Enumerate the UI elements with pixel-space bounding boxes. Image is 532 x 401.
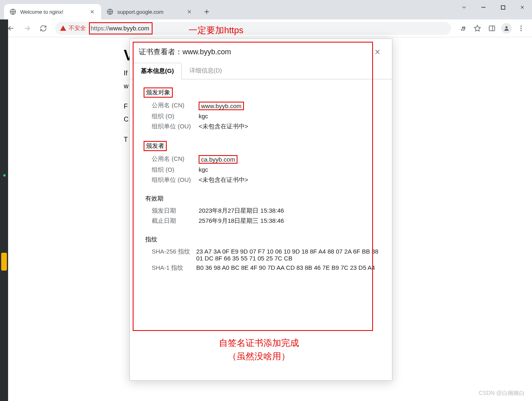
expires-label: 截止日期 <box>152 217 199 225</box>
cn-label: 公用名 (CN) <box>152 102 199 110</box>
certificate-viewer-dialog: 证书查看者：www.byyb.com 基本信息(G) 详细信息(D) 颁发对象 … <box>129 38 392 381</box>
fingerprints-section: 指纹 SHA-256 指纹23 A7 3A 0F E9 9D 07 F7 10 … <box>141 235 381 272</box>
close-icon[interactable] <box>89 9 95 15</box>
toolbar: 不安全 https://www.byyb.com <box>0 19 532 37</box>
sha256-value: 23 A7 3A 0F E9 9D 07 F7 10 06 10 9D 18 8… <box>196 248 381 262</box>
security-status[interactable]: 不安全 <box>60 25 86 32</box>
issued-value: 2023年8月27日星期日 15:38:46 <box>199 207 381 215</box>
cn-value: www.byyb.com <box>199 102 381 110</box>
validity-heading: 有效期 <box>144 194 165 203</box>
new-tab-button[interactable] <box>201 6 213 18</box>
tab-support[interactable]: support.google.com <box>101 4 198 19</box>
window-controls <box>454 0 532 19</box>
annotation-url-note: 一定要加https <box>189 24 244 36</box>
background-badge <box>1 253 7 271</box>
ou-value: <未包含在证书中> <box>199 123 381 130</box>
globe-icon <box>10 9 16 15</box>
issuer-heading: 颁发者 <box>144 141 167 151</box>
ou-label: 组织单位 (OU) <box>152 176 199 184</box>
background-dot <box>3 174 6 177</box>
menu-icon[interactable] <box>514 21 528 35</box>
svg-point-5 <box>521 26 522 27</box>
warning-icon <box>60 25 66 32</box>
tab-title: Welcome to nginx! <box>20 9 85 15</box>
chevron-down-icon[interactable] <box>454 0 474 15</box>
cn-label: 公用名 (CN) <box>152 155 199 164</box>
ou-label: 组织单位 (OU) <box>152 123 199 130</box>
globe-icon <box>107 9 113 15</box>
issued-label: 颁发日期 <box>152 207 199 215</box>
cn-value: ca.byyb.com <box>199 155 381 164</box>
ou-value: <未包含在证书中> <box>199 176 381 184</box>
dialog-title: 证书查看者：www.byyb.com <box>139 47 372 57</box>
o-value: kgc <box>199 166 381 174</box>
sha256-label: SHA-256 指纹 <box>152 248 196 262</box>
url-text: https://www.byyb.com <box>91 25 149 32</box>
fingerprints-heading: 指纹 <box>144 235 159 244</box>
dialog-tabs: 基本信息(G) 详细信息(D) <box>130 62 392 79</box>
o-value: kgc <box>199 113 381 120</box>
profile-avatar[interactable] <box>500 21 513 35</box>
svg-rect-3 <box>489 26 495 31</box>
security-label: 不安全 <box>69 25 86 32</box>
sha1-label: SHA-1 指纹 <box>152 264 196 272</box>
minimize-button[interactable] <box>474 0 493 15</box>
svg-point-6 <box>521 28 522 29</box>
validity-section: 有效期 颁发日期2023年8月27日星期日 15:38:46 截止日期2576年… <box>141 194 381 225</box>
url-annotation-box: https://www.byyb.com <box>89 22 153 34</box>
subject-section: 颁发对象 公用名 (CN)www.byyb.com 组织 (O)kgc 组织单位… <box>141 87 381 130</box>
o-label: 组织 (O) <box>152 113 199 120</box>
o-label: 组织 (O) <box>152 166 199 174</box>
dialog-header: 证书查看者：www.byyb.com <box>130 39 392 62</box>
forward-button[interactable] <box>20 21 34 35</box>
reload-button[interactable] <box>36 21 50 35</box>
svg-rect-2 <box>501 6 505 9</box>
tab-general[interactable]: 基本信息(G) <box>133 63 182 79</box>
share-icon[interactable] <box>456 21 470 35</box>
tab-title: support.google.com <box>117 9 182 15</box>
issuer-section: 颁发者 公用名 (CN)ca.byyb.com 组织 (O)kgc 组织单位 (… <box>141 141 381 184</box>
tab-nginx[interactable]: Welcome to nginx! <box>4 4 101 19</box>
watermark: CSDN @白幽幽白 <box>479 390 525 397</box>
close-icon[interactable] <box>372 46 383 58</box>
background-sidebar <box>0 19 8 401</box>
bookmark-icon[interactable] <box>471 21 484 35</box>
svg-point-4 <box>505 26 507 28</box>
annotation-bottom: 自签名证书添加完成 （虽然没啥用） <box>178 336 340 363</box>
titlebar: Welcome to nginx! support.google.com <box>0 0 532 19</box>
sha1-value: B0 36 98 A0 BC 8E 4F 90 7D AA CD 83 8B 4… <box>196 264 381 272</box>
close-icon[interactable] <box>186 9 193 15</box>
maximize-button[interactable] <box>493 0 513 15</box>
svg-point-7 <box>521 30 522 31</box>
dialog-body: 颁发对象 公用名 (CN)www.byyb.com 组织 (O)kgc 组织单位… <box>130 79 392 380</box>
address-bar[interactable]: 不安全 https://www.byyb.com <box>55 22 451 35</box>
toolbar-right <box>456 21 528 35</box>
subject-heading: 颁发对象 <box>144 87 173 98</box>
expires-value: 2576年9月18日星期三 15:38:46 <box>199 217 381 225</box>
sidepanel-icon[interactable] <box>485 21 499 35</box>
tabstrip: Welcome to nginx! support.google.com <box>0 0 454 19</box>
tab-details[interactable]: 详细信息(D) <box>182 62 230 79</box>
window-close-button[interactable] <box>513 0 532 15</box>
